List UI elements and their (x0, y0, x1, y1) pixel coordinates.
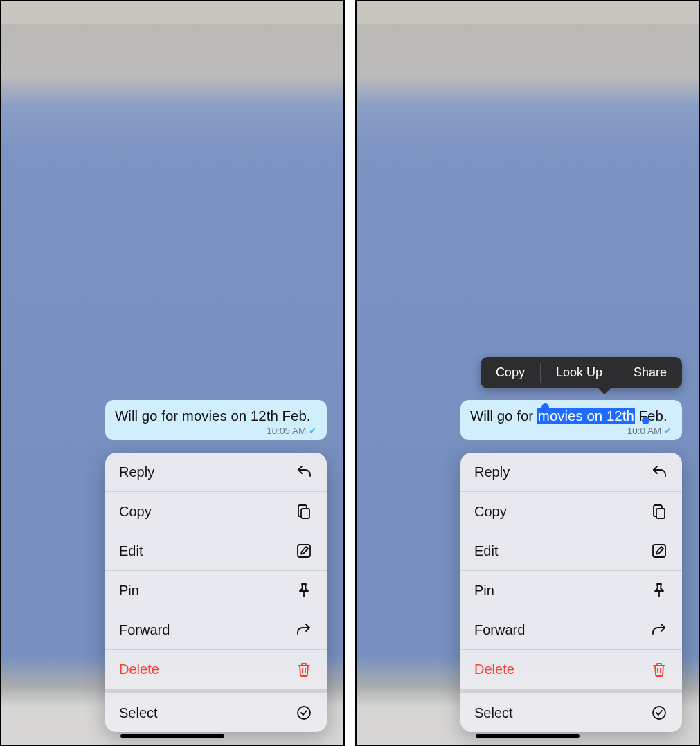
menu-label: Select (474, 705, 513, 721)
message-meta: 10:05 AM ✓ (115, 426, 317, 437)
menu-item-reply[interactable]: Reply (105, 453, 327, 492)
menu-label: Forward (474, 622, 525, 638)
selection-handle-end[interactable] (642, 417, 649, 424)
menu-label: Forward (119, 622, 170, 638)
message-text-pre: Will go for (470, 408, 537, 424)
callout-tail (598, 388, 611, 394)
svg-rect-3 (656, 509, 665, 518)
message-text-post: Feb. (635, 408, 667, 424)
content-stack-right: Copy Look Up Share Will go for movies on… (357, 400, 699, 745)
message-bubble-wrap: Will go for movies on 12th Feb. 10:05 AM… (105, 400, 327, 441)
menu-item-edit[interactable]: Edit (105, 531, 327, 571)
menu-label: Select (119, 705, 158, 721)
message-text: Will go for movies on 12th Feb. (115, 408, 311, 424)
copy-icon (650, 502, 668, 520)
message-text-selected[interactable]: movies on 12th (537, 408, 635, 424)
screen-left: Will go for movies on 12th Feb. 10:05 AM… (0, 0, 345, 746)
svg-rect-4 (653, 545, 665, 557)
menu-item-reply[interactable]: Reply (460, 453, 682, 492)
home-indicator[interactable] (120, 734, 224, 738)
trash-icon (295, 660, 313, 678)
reply-icon (650, 463, 668, 481)
message-time: 10:05 AM (267, 426, 306, 436)
copy-icon (295, 502, 313, 520)
menu-item-delete[interactable]: Delete (105, 650, 327, 689)
message-bubble-wrap: Copy Look Up Share Will go for movies on… (460, 400, 682, 441)
menu-label: Edit (119, 543, 143, 559)
menu-label: Edit (474, 543, 498, 559)
bubble-tail (321, 428, 330, 437)
menu-item-edit[interactable]: Edit (460, 531, 682, 571)
menu-label: Delete (474, 662, 514, 677)
svg-point-5 (653, 707, 665, 719)
menu-label: Copy (119, 504, 152, 520)
bubble-tail (676, 428, 685, 437)
message-bubble[interactable]: Will go for movies on 12th Feb. 10:05 AM… (105, 400, 327, 441)
edit-icon (650, 542, 668, 560)
content-stack-left: Will go for movies on 12th Feb. 10:05 AM… (1, 400, 343, 745)
svg-rect-1 (298, 545, 310, 557)
edit-icon (295, 542, 313, 560)
menu-item-forward[interactable]: Forward (460, 610, 682, 650)
menu-label: Reply (474, 464, 510, 480)
sent-check-icon: ✓ (664, 426, 672, 436)
callout-lookup[interactable]: Look Up (541, 357, 618, 388)
menu-label: Pin (474, 583, 494, 599)
menu-item-copy[interactable]: Copy (105, 492, 327, 531)
pin-icon (295, 581, 313, 599)
select-icon (650, 704, 668, 722)
trash-icon (650, 660, 668, 678)
forward-icon (650, 621, 668, 639)
callout-share[interactable]: Share (618, 357, 682, 388)
menu-item-forward[interactable]: Forward (105, 610, 327, 650)
menu-item-delete[interactable]: Delete (460, 650, 682, 689)
selection-callout: Copy Look Up Share (481, 357, 682, 388)
sent-check-icon: ✓ (309, 426, 317, 436)
menu-item-select[interactable]: Select (105, 689, 327, 732)
menu-item-pin[interactable]: Pin (105, 571, 327, 610)
context-menu: Reply Copy Edit Pin (460, 453, 682, 732)
svg-point-2 (298, 707, 310, 719)
message-meta: 10:0 AM ✓ (470, 426, 672, 437)
home-indicator[interactable] (476, 734, 580, 738)
forward-icon (295, 621, 313, 639)
context-menu: Reply Copy Edit Pin (105, 453, 327, 732)
menu-item-select[interactable]: Select (460, 689, 682, 732)
menu-item-pin[interactable]: Pin (460, 571, 682, 610)
message-time: 10:0 AM (627, 426, 662, 436)
callout-copy[interactable]: Copy (481, 357, 540, 388)
menu-label: Copy (474, 504, 507, 520)
menu-label: Reply (119, 464, 154, 480)
svg-rect-0 (301, 509, 309, 518)
reply-icon (295, 463, 313, 481)
selection-handle-start[interactable] (541, 403, 549, 411)
screen-right: Copy Look Up Share Will go for movies on… (355, 0, 700, 746)
menu-label: Pin (119, 583, 139, 599)
message-bubble[interactable]: Will go for movies on 12th Feb. 10:0 AM … (460, 400, 682, 441)
select-icon (295, 704, 313, 722)
menu-label: Delete (119, 662, 159, 677)
pin-icon (650, 581, 668, 599)
menu-item-copy[interactable]: Copy (460, 492, 682, 531)
